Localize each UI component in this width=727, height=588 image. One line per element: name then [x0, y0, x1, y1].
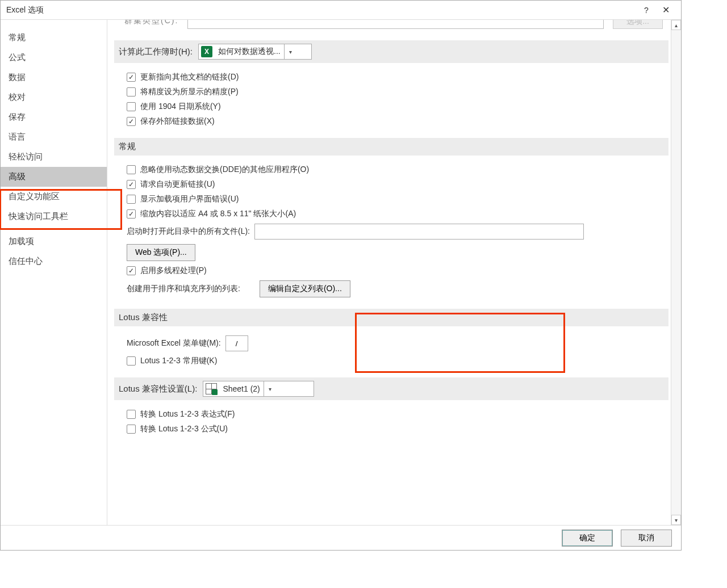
sheet-combo[interactable]: Sheet1 (2) ▾ [203, 381, 314, 397]
chevron-down-icon: ▾ [284, 44, 296, 59]
label-lotus-enter: 转换 Lotus 1-2-3 公式(U) [140, 424, 228, 434]
checkbox-lotus-eval[interactable] [127, 410, 136, 419]
sidebar-separator [6, 229, 101, 229]
scroll-content: 群集类型(C): 选项... 计算此工作簿时(H): 如何对数据透视... ▾ … [107, 20, 671, 525]
label-startup-dir: 启动时打开此目录中的所有文件(L): [127, 226, 250, 237]
label-ignore-dde: 忽略使用动态数据交换(DDE)的其他应用程序(O) [140, 165, 309, 175]
section-head-lotus: Lotus 兼容性 [114, 309, 668, 326]
checkbox-multithread[interactable] [127, 266, 136, 275]
startup-dir-input[interactable] [254, 224, 584, 240]
excel-options-dialog: Excel 选项 ? ✕ 常规 公式 数据 校对 保存 语言 轻松访问 高级 自… [0, 0, 682, 551]
label-ask-update: 请求自动更新链接(U) [140, 179, 215, 190]
label-multithread: 启用多线程处理(P) [140, 266, 207, 276]
sidebar-item-save[interactable]: 保存 [1, 107, 107, 127]
main-panel: 群集类型(C): 选项... 计算此工作簿时(H): 如何对数据透视... ▾ … [107, 20, 681, 525]
workbook-combo-text: 如何对数据透视... [215, 47, 284, 57]
label-custom-list: 创建用于排序和填充序列的列表: [127, 284, 240, 294]
label-precision: 将精度设为所显示的精度(P) [140, 87, 239, 97]
checkbox-ask-update[interactable] [127, 180, 136, 189]
checkbox-precision[interactable] [127, 87, 136, 96]
section-head-lotus-settings: Lotus 兼容性设置(L): Sheet1 (2) ▾ [114, 377, 668, 400]
cutoff-label: 群集类型(C): [124, 20, 178, 26]
sidebar-item-accessibility[interactable]: 轻松访问 [1, 147, 107, 167]
dialog-footer: 确定 取消 [1, 525, 681, 550]
sidebar: 常规 公式 数据 校对 保存 语言 轻松访问 高级 自定义功能区 快速访问工具栏… [1, 20, 107, 525]
checkbox-save-ext[interactable] [127, 117, 136, 126]
sidebar-item-data[interactable]: 数据 [1, 68, 107, 87]
sheet-icon [206, 383, 217, 394]
checkbox-ignore-dde[interactable] [127, 165, 136, 174]
label-update-links: 更新指向其他文档的链接(D) [140, 72, 239, 82]
section-head-calc-label: 计算此工作簿时(H): [119, 47, 193, 57]
edit-custom-list-button[interactable]: 编辑自定义列表(O)... [260, 280, 350, 297]
titlebar: Excel 选项 ? ✕ [1, 1, 681, 20]
sidebar-item-trust-center[interactable]: 信任中心 [1, 251, 107, 271]
section-head-calc: 计算此工作簿时(H): 如何对数据透视... ▾ [114, 40, 668, 63]
sheet-combo-text: Sheet1 (2) [219, 384, 263, 393]
chevron-down-icon: ▾ [264, 381, 276, 396]
ok-button[interactable]: 确定 [562, 530, 613, 547]
sidebar-item-language[interactable]: 语言 [1, 127, 107, 147]
label-save-ext: 保存外部链接数据(X) [140, 116, 215, 127]
scroll-up-arrow-icon[interactable]: ▴ [671, 20, 681, 30]
sidebar-item-proofing[interactable]: 校对 [1, 87, 107, 107]
cancel-button[interactable]: 取消 [621, 530, 672, 547]
sidebar-item-customize-ribbon[interactable]: 自定义功能区 [1, 187, 107, 207]
checkbox-scale-a4[interactable] [127, 209, 136, 219]
sidebar-item-formulas[interactable]: 公式 [1, 48, 107, 68]
cutoff-button[interactable]: 选项... [613, 20, 663, 29]
dialog-title: Excel 选项 [6, 5, 637, 15]
label-scale-a4: 缩放内容以适应 A4 或 8.5 x 11" 纸张大小(A) [140, 209, 296, 219]
menu-key-input[interactable] [225, 335, 248, 351]
label-menu-key: Microsoft Excel 菜单键(M): [127, 338, 221, 348]
close-button[interactable]: ✕ [656, 5, 675, 15]
sidebar-item-addins[interactable]: 加载项 [1, 232, 107, 251]
section-head-lotus-label: Lotus 兼容性 [119, 312, 168, 323]
section-head-general-label: 常规 [119, 141, 136, 152]
section-head-lotus-settings-label: Lotus 兼容性设置(L): [119, 384, 197, 394]
checkbox-1904[interactable] [127, 102, 136, 111]
sidebar-item-quick-access[interactable]: 快速访问工具栏 [1, 207, 107, 226]
workbook-combo[interactable]: 如何对数据透视... ▾ [198, 44, 312, 60]
label-addin-err: 显示加载项用户界面错误(U) [140, 194, 239, 204]
label-1904: 使用 1904 日期系统(Y) [140, 102, 221, 112]
section-head-general: 常规 [114, 138, 668, 156]
sidebar-item-advanced[interactable]: 高级 [1, 167, 107, 187]
cutoff-row: 群集类型(C): 选项... [114, 20, 668, 29]
label-lotus-nav: Lotus 1-2-3 常用键(K) [140, 356, 217, 366]
checkbox-addin-err[interactable] [127, 195, 136, 204]
vertical-scrollbar[interactable]: ▴ ▾ [671, 20, 681, 525]
checkbox-lotus-nav[interactable] [127, 356, 136, 366]
checkbox-update-links[interactable] [127, 73, 136, 82]
scroll-down-arrow-icon[interactable]: ▾ [671, 515, 681, 525]
help-button[interactable]: ? [637, 6, 656, 15]
label-lotus-eval: 转换 Lotus 1-2-3 表达式(F) [140, 409, 235, 419]
sidebar-item-general[interactable]: 常规 [1, 28, 107, 48]
excel-file-icon [201, 46, 212, 57]
web-options-button[interactable]: Web 选项(P)... [127, 244, 195, 261]
cutoff-input[interactable] [187, 20, 604, 29]
checkbox-lotus-enter[interactable] [127, 425, 136, 434]
